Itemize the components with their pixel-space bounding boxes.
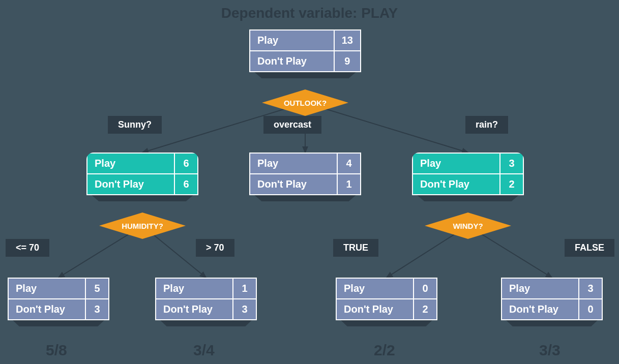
cell-value: 0 [579,299,602,320]
cell-value: 6 [174,174,198,195]
ratio-3: 2/2 [374,342,395,359]
ratio-1: 5/8 [46,342,67,359]
node-rain: Play3 Don't Play2 [412,153,524,195]
branch-label-humidity-low: <= 70 [6,239,49,257]
cell-label: Play [156,278,233,299]
cell-label: Don't Play [412,174,500,195]
branch-label-windy-true: TRUE [333,239,378,257]
cell-label: Don't Play [87,174,174,195]
svg-line-2 [305,103,468,153]
cell-label: Play [87,153,174,174]
cell-label: Play [502,278,579,299]
cell-value: 3 [233,299,256,320]
branch-label-rain: rain? [465,116,508,134]
branch-label-sunny: Sunny? [108,116,162,134]
node-sunny: Play6 Don't Play6 [86,153,198,195]
node-root: Play13 Don't Play9 [249,29,361,72]
cell-label: Play [8,278,85,299]
cell-value: 3 [85,299,109,320]
cell-label: Play [412,153,500,174]
node-humidity-low: Play5 Don't Play3 [8,278,109,320]
cell-label: Play [250,153,337,174]
decision-outlook: OUTLOOK? [262,89,348,116]
cell-value: 0 [414,278,437,299]
node-overcast: Play4 Don't Play1 [249,153,361,195]
page-title: Dependent variable: PLAY [221,5,398,21]
cell-value: 4 [337,153,361,174]
cell-value: 9 [334,51,361,72]
cell-value: 3 [500,153,523,174]
cell-label: Don't Play [336,299,414,320]
node-windy-true: Play0 Don't Play2 [336,278,437,320]
node-humidity-high: Play1 Don't Play3 [155,278,257,320]
cell-label: Don't Play [250,51,334,72]
branch-label-windy-false: FALSE [565,239,614,257]
cell-label: Play [250,30,334,51]
branch-label-overcast: overcast [263,116,321,134]
cell-value: 1 [233,278,256,299]
cell-value: 2 [414,299,437,320]
cell-label: Don't Play [8,299,85,320]
cell-value: 2 [500,174,523,195]
cell-value: 5 [85,278,109,299]
decision-windy: WINDY? [425,213,511,239]
ratio-2: 3/4 [193,342,215,359]
branch-label-humidity-high: > 70 [196,239,234,257]
ratio-4: 3/3 [539,342,561,359]
cell-label: Don't Play [502,299,579,320]
cell-label: Don't Play [250,174,337,195]
cell-value: 1 [337,174,361,195]
cell-label: Play [336,278,414,299]
node-windy-false: Play3 Don't Play0 [501,278,603,320]
cell-value: 13 [334,30,361,51]
cell-value: 3 [579,278,602,299]
cell-label: Don't Play [156,299,233,320]
cell-value: 6 [174,153,198,174]
decision-humidity: HUMIDITY? [99,213,186,239]
